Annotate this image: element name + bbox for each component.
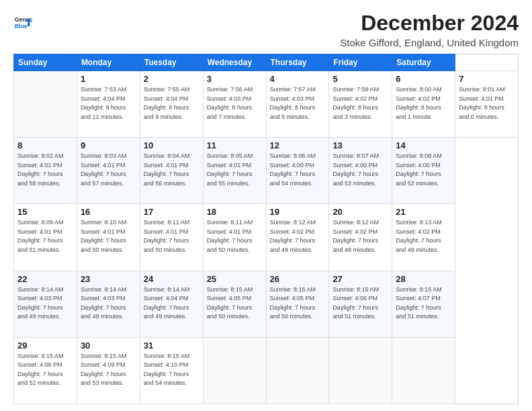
day-number: 1 [81,74,136,84]
day-cell: 28Sunrise: 8:15 AMSunset: 4:07 PMDayligh… [392,271,455,337]
header-sunday: Sunday [14,54,77,71]
day-info: Sunrise: 8:14 AMSunset: 4:03 PMDaylight:… [81,285,136,322]
day-info: Sunrise: 8:15 AMSunset: 4:05 PMDaylight:… [207,285,263,322]
day-info: Sunrise: 8:06 AMSunset: 4:00 PMDaylight:… [270,152,326,188]
day-number: 16 [81,207,136,217]
day-info: Sunrise: 7:58 AMSunset: 4:02 PMDaylight:… [332,85,388,122]
day-info: Sunrise: 8:08 AMSunset: 4:00 PMDaylight:… [396,152,451,188]
day-number: 4 [270,74,326,84]
day-info: Sunrise: 8:05 AMSunset: 4:01 PMDaylight:… [207,152,263,188]
day-cell: 6Sunrise: 8:00 AMSunset: 4:02 PMDaylight… [392,71,455,138]
day-cell: 30Sunrise: 8:15 AMSunset: 4:09 PMDayligh… [77,337,140,404]
day-cell: 29Sunrise: 8:15 AMSunset: 4:08 PMDayligh… [14,337,77,404]
day-cell: 26Sunrise: 8:15 AMSunset: 4:05 PMDayligh… [266,271,329,337]
header-wednesday: Wednesday [203,54,266,71]
day-info: Sunrise: 8:14 AMSunset: 4:03 PMDaylight:… [17,285,73,322]
header-tuesday: Tuesday [140,54,203,71]
day-number: 11 [207,140,263,150]
day-info: Sunrise: 8:15 AMSunset: 4:05 PMDaylight:… [270,285,326,322]
day-number: 2 [144,74,200,84]
header: General Blue December 2024 Stoke Gifford… [13,11,519,48]
day-info: Sunrise: 8:13 AMSunset: 4:02 PMDaylight:… [396,218,451,255]
header-saturday: Saturday [392,54,455,71]
calendar-table: Sunday Monday Tuesday Wednesday Thursday… [13,54,519,404]
day-cell: 1Sunrise: 7:53 AMSunset: 4:04 PMDaylight… [77,71,140,138]
day-number: 23 [81,274,136,284]
day-info: Sunrise: 8:15 AMSunset: 4:10 PMDaylight:… [144,352,200,388]
day-info: Sunrise: 8:09 AMSunset: 4:01 PMDaylight:… [17,218,73,255]
day-info: Sunrise: 7:55 AMSunset: 4:04 PMDaylight:… [144,85,200,122]
week-row-5: 29Sunrise: 8:15 AMSunset: 4:08 PMDayligh… [14,337,519,404]
day-number: 18 [207,207,263,217]
day-number: 28 [396,274,451,284]
day-info: Sunrise: 8:11 AMSunset: 4:01 PMDaylight:… [207,218,263,255]
logo: General Blue [13,13,32,32]
day-info: Sunrise: 7:53 AMSunset: 4:04 PMDaylight:… [81,85,136,122]
day-cell: 3Sunrise: 7:56 AMSunset: 4:03 PMDaylight… [203,71,266,138]
day-info: Sunrise: 8:15 AMSunset: 4:06 PMDaylight:… [332,285,388,322]
day-number: 22 [17,274,73,284]
day-cell: 20Sunrise: 8:12 AMSunset: 4:02 PMDayligh… [329,204,392,271]
day-number: 8 [17,140,73,150]
day-number: 7 [459,74,515,84]
day-number: 15 [17,207,73,217]
day-cell: 17Sunrise: 8:11 AMSunset: 4:01 PMDayligh… [140,204,203,271]
day-info: Sunrise: 8:07 AMSunset: 4:00 PMDaylight:… [332,152,388,188]
day-info: Sunrise: 8:02 AMSunset: 4:01 PMDaylight:… [17,152,73,188]
day-info: Sunrise: 8:10 AMSunset: 4:01 PMDaylight:… [81,218,136,255]
day-info: Sunrise: 8:15 AMSunset: 4:07 PMDaylight:… [396,285,451,322]
header-friday: Friday [329,54,392,71]
day-cell: 5Sunrise: 7:58 AMSunset: 4:02 PMDaylight… [329,71,392,138]
day-number: 31 [144,340,200,351]
day-cell: 31Sunrise: 8:15 AMSunset: 4:10 PMDayligh… [140,337,203,404]
day-info: Sunrise: 8:01 AMSunset: 4:01 PMDaylight:… [459,85,515,122]
day-info: Sunrise: 7:56 AMSunset: 4:03 PMDaylight:… [207,85,263,122]
day-number: 5 [332,74,388,84]
day-cell [266,337,329,404]
main-title: December 2024 [340,11,519,36]
day-number: 27 [332,274,388,284]
day-cell: 24Sunrise: 8:14 AMSunset: 4:04 PMDayligh… [140,271,203,337]
day-cell: 13Sunrise: 8:07 AMSunset: 4:00 PMDayligh… [329,138,392,204]
day-info: Sunrise: 7:57 AMSunset: 4:03 PMDaylight:… [270,85,326,122]
day-info: Sunrise: 8:12 AMSunset: 4:02 PMDaylight:… [270,218,326,255]
header-monday: Monday [77,54,140,71]
day-info: Sunrise: 8:11 AMSunset: 4:01 PMDaylight:… [144,218,200,255]
day-cell: 21Sunrise: 8:13 AMSunset: 4:02 PMDayligh… [392,204,455,271]
days-header-row: Sunday Monday Tuesday Wednesday Thursday… [14,54,519,71]
day-cell [203,337,266,404]
day-number: 13 [332,140,388,150]
day-cell: 7Sunrise: 8:01 AMSunset: 4:01 PMDaylight… [455,71,519,138]
title-block: December 2024 Stoke Gifford, England, Un… [340,11,519,48]
day-info: Sunrise: 8:04 AMSunset: 4:01 PMDaylight:… [144,152,200,188]
day-number: 10 [144,140,200,150]
day-cell: 23Sunrise: 8:14 AMSunset: 4:03 PMDayligh… [77,271,140,337]
day-cell: 25Sunrise: 8:15 AMSunset: 4:05 PMDayligh… [203,271,266,337]
day-number: 24 [144,274,200,284]
day-cell: 10Sunrise: 8:04 AMSunset: 4:01 PMDayligh… [140,138,203,204]
day-number: 29 [17,340,73,351]
day-cell: 27Sunrise: 8:15 AMSunset: 4:06 PMDayligh… [329,271,392,337]
week-row-3: 15Sunrise: 8:09 AMSunset: 4:01 PMDayligh… [14,204,519,271]
day-cell: 12Sunrise: 8:06 AMSunset: 4:00 PMDayligh… [266,138,329,204]
day-cell [392,337,455,404]
day-cell: 16Sunrise: 8:10 AMSunset: 4:01 PMDayligh… [77,204,140,271]
day-cell [14,71,77,138]
day-info: Sunrise: 8:00 AMSunset: 4:02 PMDaylight:… [396,85,451,122]
day-info: Sunrise: 8:14 AMSunset: 4:04 PMDaylight:… [144,285,200,322]
day-number: 6 [396,74,451,84]
day-number: 30 [81,340,136,351]
subtitle: Stoke Gifford, England, United Kingdom [340,37,519,48]
day-cell: 22Sunrise: 8:14 AMSunset: 4:03 PMDayligh… [14,271,77,337]
day-number: 20 [332,207,388,217]
day-cell: 4Sunrise: 7:57 AMSunset: 4:03 PMDaylight… [266,71,329,138]
day-cell: 14Sunrise: 8:08 AMSunset: 4:00 PMDayligh… [392,138,455,204]
day-info: Sunrise: 8:03 AMSunset: 4:01 PMDaylight:… [81,152,136,188]
logo-icon: General Blue [13,13,32,32]
day-cell: 2Sunrise: 7:55 AMSunset: 4:04 PMDaylight… [140,71,203,138]
day-number: 12 [270,140,326,150]
page: General Blue December 2024 Stoke Gifford… [0,0,532,411]
week-row-4: 22Sunrise: 8:14 AMSunset: 4:03 PMDayligh… [14,271,519,337]
header-thursday: Thursday [266,54,329,71]
day-number: 25 [207,274,263,284]
